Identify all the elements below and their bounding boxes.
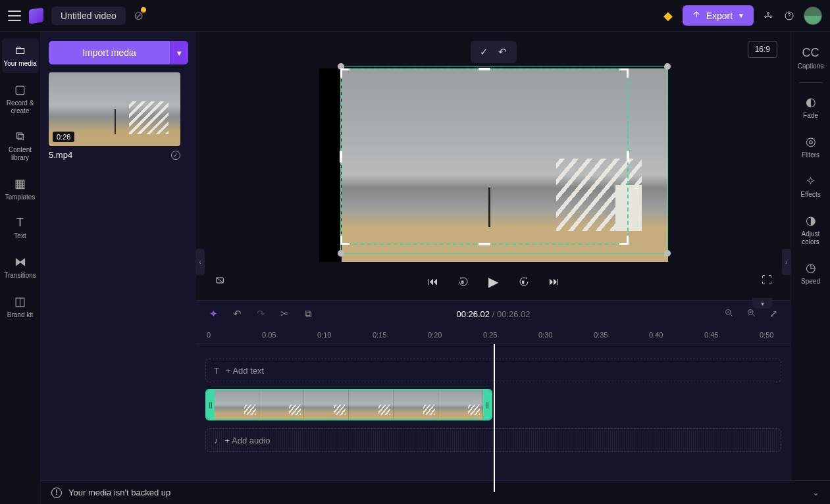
ruler-tick: 0:35	[594, 331, 608, 339]
warning-icon: !	[51, 488, 62, 498]
templates-icon: ▦	[14, 176, 26, 191]
ruler-tick: 0:10	[317, 331, 331, 339]
project-title[interactable]: Untitled video	[51, 7, 126, 25]
speed-icon: ◷	[806, 261, 816, 275]
forward-5-button[interactable]: 5	[516, 274, 532, 290]
media-clip-name: 5.mp4	[49, 150, 72, 160]
sidebar-item-your-media[interactable]: 🗀 Your media	[2, 38, 39, 73]
collapse-right-panel[interactable]: ›	[782, 249, 791, 275]
sidebar-item-effects[interactable]: ✧ Effects	[792, 168, 829, 204]
playhead[interactable]	[494, 344, 495, 492]
clip-handle-left[interactable]: ||	[207, 390, 215, 419]
fit-timeline-button[interactable]: ⤢	[767, 308, 780, 320]
sidebar-item-text[interactable]: T Text	[2, 211, 39, 245]
svg-point-0	[767, 12, 769, 14]
total-time: / 00:26.02	[492, 309, 531, 319]
ruler-tick: 0:20	[428, 331, 442, 339]
settings-icon[interactable]	[762, 9, 775, 22]
music-icon: ♪	[214, 436, 219, 445]
play-button[interactable]: ▶	[486, 274, 502, 290]
chevron-down-icon: ▼	[738, 12, 744, 19]
brand-icon: ◫	[14, 294, 26, 309]
add-audio-label: + Add audio	[225, 436, 271, 445]
confirm-crop-button[interactable]: ✓	[477, 45, 492, 59]
upload-icon	[692, 10, 701, 21]
left-sidebar: 🗀 Your media ▢ Record & create ⧉ Content…	[0, 32, 41, 504]
sidebar-item-content-library[interactable]: ⧉ Content library	[2, 124, 39, 167]
import-media-dropdown[interactable]: ▾	[170, 41, 188, 64]
captions-icon: CC	[802, 46, 819, 60]
user-avatar[interactable]	[804, 7, 822, 25]
clip-handle-right[interactable]: ||	[483, 390, 491, 419]
sidebar-item-speed[interactable]: ◷ Speed	[792, 255, 829, 291]
redo-button: ↷	[254, 308, 267, 320]
preview-canvas[interactable]	[319, 68, 668, 262]
sidebar-item-label: Captions	[798, 63, 823, 70]
media-clip-item[interactable]: 0:26 5.mp4 ✓	[49, 72, 180, 160]
undo-button[interactable]: ↶	[230, 308, 244, 320]
ruler-tick: 0:25	[483, 331, 497, 339]
svg-text:5: 5	[461, 280, 463, 284]
video-clip[interactable]: || ||	[205, 389, 492, 420]
collapse-timeline-button[interactable]: ▾	[752, 298, 772, 309]
sidebar-item-label: Templates	[5, 193, 36, 201]
ruler-tick: 0	[207, 331, 211, 339]
sidebar-item-adjust-colors[interactable]: ◑ Adjust colors	[792, 208, 829, 251]
sidebar-item-record[interactable]: ▢ Record & create	[2, 77, 39, 120]
preview-area: ✓ ↶ 16:9	[196, 32, 791, 300]
add-text-label: + Add text	[226, 366, 264, 376]
import-media-button[interactable]: Import media	[49, 41, 170, 64]
safe-zone-toggle[interactable]	[212, 272, 228, 288]
ruler-tick: 0:45	[704, 331, 718, 339]
split-button[interactable]: ✂	[278, 308, 291, 320]
export-button[interactable]: Export ▼	[683, 5, 754, 26]
ai-tools-button[interactable]: ✦	[207, 308, 220, 320]
filters-icon: ◎	[806, 134, 816, 149]
sidebar-item-label: Your media	[3, 60, 36, 68]
reset-crop-button[interactable]: ↶	[496, 45, 510, 59]
sidebar-item-label: Record & create	[3, 99, 38, 115]
zoom-in-button[interactable]	[744, 308, 758, 320]
timeline-ruler[interactable]: 0 0:05 0:10 0:15 0:20 0:25 0:30 0:35 0:4…	[196, 327, 791, 344]
export-label: Export	[706, 11, 733, 21]
sidebar-item-fade[interactable]: ◐ Fade	[792, 89, 829, 125]
effects-icon: ✧	[806, 174, 816, 188]
status-expand-button[interactable]: ⌄	[812, 488, 819, 497]
ruler-tick: 0:50	[760, 331, 773, 339]
sidebar-item-templates[interactable]: ▦ Templates	[2, 171, 39, 207]
premium-icon[interactable]: ◆	[661, 9, 675, 22]
current-time: 00:26.02	[456, 309, 490, 319]
sidebar-item-label: Speed	[801, 278, 820, 286]
menu-icon[interactable]	[8, 11, 21, 21]
zoom-out-button[interactable]	[722, 308, 735, 320]
help-icon[interactable]	[783, 9, 796, 22]
sidebar-item-transitions[interactable]: ⧓ Transitions	[2, 249, 39, 285]
right-sidebar: CC Captions ◐ Fade ◎ Filters ✧ Effects ◑…	[791, 32, 830, 504]
sidebar-item-label: Text	[14, 232, 26, 240]
ruler-tick: 0:15	[373, 331, 386, 339]
sidebar-item-label: Content library	[3, 146, 38, 162]
svg-text:5: 5	[522, 280, 524, 284]
sidebar-item-label: Effects	[800, 191, 820, 199]
app-logo-icon[interactable]	[29, 7, 43, 24]
collapse-left-panel[interactable]: ‹	[195, 249, 205, 275]
fullscreen-button[interactable]: ⛶	[759, 272, 775, 288]
sidebar-item-brand-kit[interactable]: ◫ Brand kit	[2, 289, 39, 324]
svg-point-1	[765, 16, 767, 18]
aspect-ratio-button[interactable]: 16:9	[748, 41, 777, 58]
skip-back-button[interactable]: ⏮	[425, 274, 441, 290]
sidebar-item-label: Adjust colors	[794, 230, 828, 246]
ruler-tick: 0:30	[538, 331, 552, 339]
sidebar-item-label: Brand kit	[7, 311, 33, 319]
text-icon: T	[214, 366, 219, 376]
ruler-tick: 0:05	[262, 331, 276, 339]
sidebar-item-filters[interactable]: ◎ Filters	[792, 129, 829, 164]
svg-point-2	[770, 16, 772, 18]
fade-icon: ◐	[806, 95, 816, 109]
rewind-5-button[interactable]: 5	[455, 274, 471, 290]
duplicate-button[interactable]: ⧉	[301, 308, 315, 320]
notifications-icon[interactable]: ⊘	[134, 9, 143, 23]
media-panel: Import media ▾ 0:26 5.mp4 ✓	[41, 32, 196, 504]
skip-forward-button[interactable]: ⏭	[546, 274, 562, 290]
sidebar-item-captions[interactable]: CC Captions	[792, 41, 829, 76]
